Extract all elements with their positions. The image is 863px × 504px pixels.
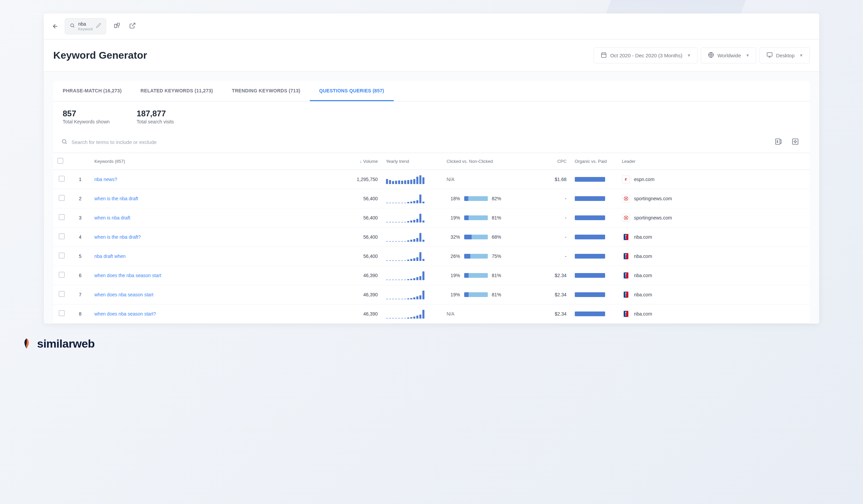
cpc-value: - xyxy=(537,247,571,266)
leader-domain: nba.com xyxy=(634,253,652,259)
keyword-link[interactable]: when does nba season start xyxy=(95,292,153,297)
leader-favicon xyxy=(622,252,630,260)
svg-point-30 xyxy=(625,312,626,313)
volume-value: 1,295,750 xyxy=(335,169,382,189)
keyword-link[interactable]: when is the nba draft? xyxy=(95,234,141,240)
clicked-cell: 19%81% xyxy=(442,266,537,285)
col-clicked[interactable]: Clicked vs. Non-Clicked xyxy=(442,153,537,169)
row-checkbox[interactable] xyxy=(59,195,65,201)
leader-domain: nba.com xyxy=(634,311,652,317)
chevron-down-icon: ▾ xyxy=(746,52,749,58)
tab[interactable]: QUESTIONS QUERIES (857) xyxy=(310,81,394,101)
app-container: nba Keyword Keyword Generator Oct 2020 -… xyxy=(44,13,819,324)
top-bar: nba Keyword xyxy=(44,13,819,39)
trend-sparkline xyxy=(382,227,442,247)
row-index: 5 xyxy=(70,247,90,266)
volume-value: 56,400 xyxy=(335,247,382,266)
volume-value: 46,390 xyxy=(335,266,382,285)
clicked-cell: 19%81% xyxy=(442,285,537,304)
leader-favicon xyxy=(622,214,630,222)
tabs: PHRASE-MATCH (16,273)RELATED KEYWORDS (1… xyxy=(53,81,810,101)
col-volume[interactable]: ↓Volume xyxy=(335,153,382,169)
keyword-link[interactable]: when is nba draft xyxy=(95,215,130,220)
leader-domain: sportingnews.com xyxy=(634,196,672,201)
cpc-value: $2.34 xyxy=(537,285,571,304)
leader-favicon xyxy=(622,272,630,279)
row-index: 8 xyxy=(70,304,90,323)
leader-domain: espn.com xyxy=(634,177,655,182)
select-all-checkbox[interactable] xyxy=(57,158,63,164)
excel-export-icon[interactable] xyxy=(772,137,785,148)
leader-domain: nba.com xyxy=(634,292,652,297)
compare-icon[interactable] xyxy=(112,21,122,32)
device-filter[interactable]: Desktop ▾ xyxy=(760,48,810,63)
brand-logo-icon xyxy=(20,337,33,350)
trend-sparkline xyxy=(382,208,442,227)
keyword-link[interactable]: when does the nba season start xyxy=(95,273,161,278)
svg-point-18 xyxy=(625,235,626,236)
volume-value: 46,390 xyxy=(335,304,382,323)
table-row: 8when does nba season start?46,390N/A$2.… xyxy=(53,304,810,323)
edit-icon[interactable] xyxy=(96,23,101,29)
col-cpc[interactable]: CPC xyxy=(537,153,571,169)
search-icon xyxy=(70,23,75,29)
row-checkbox[interactable] xyxy=(59,272,65,278)
summary-total-visits: 187,877 Total search visits xyxy=(137,109,174,124)
tab[interactable]: PHRASE-MATCH (16,273) xyxy=(53,81,131,101)
clicked-cell: 19%81% xyxy=(442,208,537,227)
clicked-cell: 18%82% xyxy=(442,189,537,208)
keyword-term: nba xyxy=(78,21,93,27)
row-index: 1 xyxy=(70,169,90,189)
tab[interactable]: TRENDING KEYWORDS (713) xyxy=(223,81,310,101)
leader-domain: sportingnews.com xyxy=(634,215,672,220)
settings-icon[interactable] xyxy=(789,137,802,148)
organic-bar xyxy=(571,247,618,266)
cpc-value: $2.34 xyxy=(537,304,571,323)
row-checkbox[interactable] xyxy=(59,214,65,220)
organic-bar xyxy=(571,227,618,247)
svg-point-6 xyxy=(62,140,66,143)
date-range-label: Oct 2020 - Dec 2020 (3 Months) xyxy=(610,53,682,58)
cpc-value: $1.68 xyxy=(537,169,571,189)
svg-point-9 xyxy=(794,141,796,142)
leader-favicon xyxy=(622,233,630,241)
search-row xyxy=(53,132,810,153)
col-organic[interactable]: Organic vs. Paid xyxy=(571,153,618,169)
page-title: Keyword Generator xyxy=(53,50,147,61)
row-checkbox[interactable] xyxy=(59,310,65,316)
row-index: 2 xyxy=(70,189,90,208)
svg-rect-3 xyxy=(601,53,606,58)
table-row: 4when is the nba draft?56,40032%68%-nba.… xyxy=(53,227,810,247)
back-button[interactable] xyxy=(52,23,59,30)
keyword-link[interactable]: nba draft when xyxy=(95,253,126,259)
tab[interactable]: RELATED KEYWORDS (11,273) xyxy=(131,81,223,101)
leader-favicon xyxy=(622,310,630,318)
volume-value: 56,400 xyxy=(335,208,382,227)
leader-cell: nba.com xyxy=(618,247,810,266)
keyword-link[interactable]: when is the nba draft xyxy=(95,196,138,201)
region-filter[interactable]: Worldwide ▾ xyxy=(701,48,756,63)
brand-name: similarweb xyxy=(37,337,95,350)
sort-desc-icon: ↓ xyxy=(360,159,362,164)
cpc-value: $2.34 xyxy=(537,266,571,285)
leader-domain: nba.com xyxy=(634,273,652,278)
row-checkbox[interactable] xyxy=(59,291,65,297)
keyword-link[interactable]: when does nba season start? xyxy=(95,311,156,317)
clicked-cell: N/A xyxy=(442,304,537,323)
row-checkbox[interactable] xyxy=(59,252,65,259)
keyword-pill[interactable]: nba Keyword xyxy=(65,18,106,34)
table-search-input[interactable] xyxy=(72,139,768,145)
external-link-icon[interactable] xyxy=(128,21,137,32)
row-checkbox[interactable] xyxy=(59,176,65,182)
col-keywords[interactable]: Keywords (857) xyxy=(90,153,335,169)
row-checkbox[interactable] xyxy=(59,233,65,239)
keyword-link[interactable]: nba news? xyxy=(95,177,117,182)
leader-cell: Eespn.com xyxy=(618,169,810,189)
svg-rect-5 xyxy=(767,53,772,56)
col-trend[interactable]: Yearly trend xyxy=(382,153,442,169)
col-leader[interactable]: Leader xyxy=(618,153,810,169)
date-range-filter[interactable]: Oct 2020 - Dec 2020 (3 Months) ▾ xyxy=(593,48,698,63)
volume-value: 56,400 xyxy=(335,227,382,247)
svg-rect-23 xyxy=(626,273,628,278)
leader-favicon: E xyxy=(622,175,630,184)
